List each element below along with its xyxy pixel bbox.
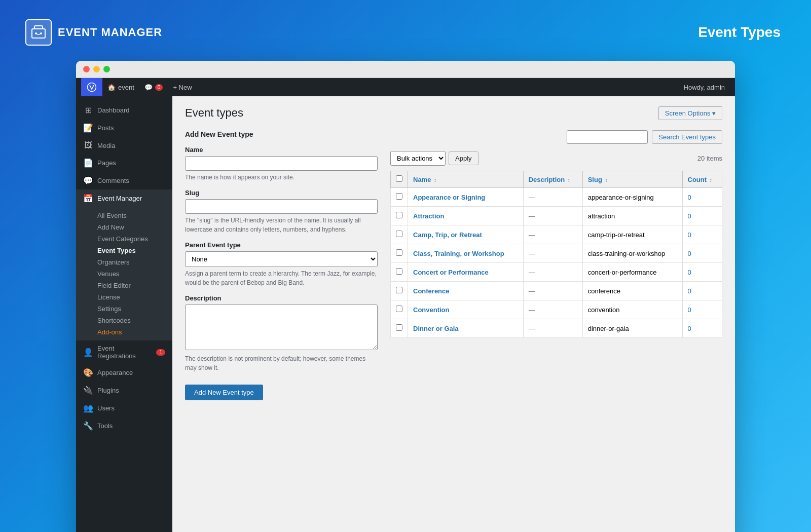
home-icon: 🏠 [107,84,116,91]
page-title-banner: Event Types [698,24,781,41]
row-checkbox-7[interactable] [396,324,402,331]
row-count: 0 [688,306,691,314]
row-slug-cell: appearance-or-signing [582,188,682,207]
row-slug-cell: camp-trip-or-retreat [582,225,682,244]
main-header: Event types Screen Options ▾ [185,106,722,120]
sidebar-item-field-editor[interactable]: Field Editor [76,280,172,291]
row-count-cell: 0 [682,300,722,319]
table-row: Convention — convention 0 [391,300,722,319]
name-input[interactable] [185,156,378,171]
row-name-link[interactable]: Appearance or Signing [413,194,485,201]
sidebar-item-all-events[interactable]: All Events [76,210,172,221]
wp-icon-button[interactable] [81,78,102,96]
row-name-link[interactable]: Attraction [413,212,444,220]
sidebar-item-dashboard[interactable]: ⊞ Dashboard [76,101,172,119]
screen-options-button[interactable]: Screen Options ▾ [658,106,722,120]
header-name[interactable]: Name ↕ [408,171,524,188]
description-textarea[interactable] [185,305,378,350]
name-hint: The name is how it appears on your site. [185,173,378,182]
select-all-checkbox[interactable] [396,175,402,182]
row-name-link[interactable]: Class, Training, or Workshop [413,250,504,257]
row-description: — [529,269,535,276]
sidebar-item-users[interactable]: 👥 Users [76,399,172,417]
search-event-types-button[interactable]: Search Event types [652,130,722,144]
sidebar: ⊞ Dashboard 📝 Posts 🖼 Media 📄 Pages 💬 Co… [76,96,172,532]
sidebar-item-appearance[interactable]: 🎨 Appearance [76,364,172,382]
close-dot[interactable] [83,66,90,72]
sidebar-label-media: Media [97,142,115,149]
row-description-cell: — [523,282,582,300]
sidebar-item-venues[interactable]: Venues [76,268,172,280]
row-name-cell: Conference [408,282,524,300]
row-checkbox-cell [391,319,408,338]
row-slug: appearance-or-signing [588,194,654,201]
header-slug[interactable]: Slug ↕ [582,171,682,188]
sidebar-item-add-ons[interactable]: Add-ons [76,326,172,338]
sidebar-item-settings[interactable]: Settings [76,303,172,315]
table-row: Attraction — attraction 0 [391,207,722,225]
header-count[interactable]: Count ↕ [682,171,722,188]
minimize-dot[interactable] [93,66,100,72]
bulk-left: Bulk actions Apply [390,151,478,166]
row-checkbox-4[interactable] [396,268,402,275]
row-name-cell: Concert or Performance [408,263,524,282]
header-description[interactable]: Description ↕ [523,171,582,188]
sidebar-item-media[interactable]: 🖼 Media [76,137,172,154]
comments-button[interactable]: 💬 0 [139,78,168,96]
parent-hint: Assign a parent term to create a hierarc… [185,269,378,287]
row-count: 0 [688,231,691,239]
slug-input[interactable] [185,199,378,214]
row-checkbox-2[interactable] [396,231,402,237]
row-slug: dinner-or-gala [588,325,629,332]
maximize-dot[interactable] [103,66,110,72]
sidebar-label-comments: Comments [97,177,129,184]
parent-select[interactable]: None [185,251,378,267]
new-button[interactable]: + New [168,78,197,96]
sidebar-item-event-manager[interactable]: 📅 Event Manager [76,189,172,207]
user-greeting: Howdy, admin [684,84,730,91]
row-name-link[interactable]: Conference [413,287,450,295]
sidebar-item-posts[interactable]: 📝 Posts [76,119,172,137]
home-icon-button[interactable]: 🏠 event [102,78,139,96]
table-row: Camp, Trip, or Retreat — camp-trip-or-re… [391,225,722,244]
slug-label: Slug [185,189,378,197]
search-row: Search Event types [390,130,722,144]
row-checkbox-cell [391,300,408,319]
description-hint: The description is not prominent by defa… [185,354,378,372]
sidebar-item-event-registrations[interactable]: 👤 Event Registrations 1 [76,340,172,364]
sidebar-item-event-types[interactable]: Event Types [76,245,172,256]
row-description-cell: — [523,319,582,338]
sidebar-item-license[interactable]: License [76,291,172,303]
row-checkbox-6[interactable] [396,306,402,312]
sidebar-item-event-categories[interactable]: Event Categories [76,233,172,245]
row-description-cell: — [523,263,582,282]
sidebar-item-add-new[interactable]: Add New [76,221,172,233]
add-new-event-type-button[interactable]: Add New Event type [185,385,263,400]
sidebar-item-pages[interactable]: 📄 Pages [76,154,172,172]
row-checkbox-0[interactable] [396,193,402,200]
apply-button[interactable]: Apply [449,151,478,165]
row-description-cell: — [523,225,582,244]
sidebar-item-comments[interactable]: 💬 Comments [76,172,172,189]
row-name-link[interactable]: Concert or Performance [413,269,489,276]
sidebar-item-shortcodes[interactable]: Shortcodes [76,315,172,326]
description-sort-arrow: ↕ [568,177,570,183]
bulk-actions-select[interactable]: Bulk actions [390,151,446,166]
search-event-types-input[interactable] [567,130,648,144]
row-checkbox-3[interactable] [396,249,402,256]
row-name-link[interactable]: Camp, Trip, or Retreat [413,231,482,239]
row-name-link[interactable]: Dinner or Gala [413,325,459,332]
sidebar-item-organizers[interactable]: Organizers [76,256,172,268]
row-checkbox-5[interactable] [396,287,402,293]
plugins-icon: 🔌 [83,386,93,395]
row-name-link[interactable]: Convention [413,306,450,314]
sidebar-item-tools[interactable]: 🔧 Tools [76,417,172,435]
page-heading: Event types [185,106,243,120]
sidebar-label-event-manager: Event Manager [97,195,142,202]
table-col: Search Event types Bulk actions Apply 20… [390,130,722,400]
sidebar-label-dashboard: Dashboard [97,106,130,114]
sidebar-item-plugins[interactable]: 🔌 Plugins [76,382,172,399]
row-checkbox-1[interactable] [396,212,402,218]
svg-point-3 [88,83,96,92]
event-reg-badge: 1 [156,349,165,356]
